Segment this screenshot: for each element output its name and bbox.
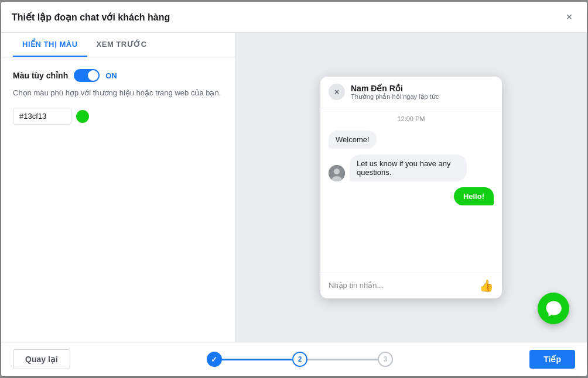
thumbs-up-icon[interactable]: 👍 (479, 279, 494, 293)
step-3: 3 (378, 352, 393, 367)
tab-display-color[interactable]: HIỂN THỊ MÀU (13, 33, 87, 57)
step-2-label: 2 (298, 355, 302, 363)
next-button[interactable]: Tiếp (529, 350, 575, 369)
message-hello: Hello! (454, 187, 494, 205)
chat-header-status: Thường phản hồi ngay lập tức (351, 93, 439, 101)
chat-header: × Nam Đến Rồi Thường phản hồi ngay lập t… (320, 77, 502, 108)
color-hint-text: Chọn màu phù hợp với thương hiệu hoặc tr… (13, 88, 223, 98)
toggle-label: Màu tùy chỉnh (13, 71, 68, 80)
tab-preview[interactable]: XEM TRƯỚC (87, 33, 156, 57)
chat-messages: 12:00 PM Welcome! Let us know if you hav (320, 108, 502, 272)
step-2: 2 (292, 352, 307, 367)
messenger-fab-button[interactable] (538, 293, 569, 324)
svg-point-1 (334, 169, 340, 174)
avatar (329, 165, 345, 181)
chat-widget: × Nam Đến Rồi Thường phản hồi ngay lập t… (320, 77, 502, 298)
color-toggle-row: Màu tùy chỉnh ON (13, 69, 223, 82)
step-1: ✓ (207, 352, 222, 367)
toggle-on-label: ON (105, 71, 117, 80)
chat-input-placeholder[interactable]: Nhập tin nhắn... (329, 281, 474, 290)
right-panel: × Nam Đến Rồi Thường phản hồi ngay lập t… (235, 33, 587, 342)
chat-widget-close[interactable]: × (329, 84, 345, 100)
modal-header: Thiết lập đoạn chat với khách hàng × (1, 2, 587, 33)
color-toggle[interactable] (74, 69, 100, 82)
color-text-input[interactable] (13, 108, 71, 125)
toggle-slider (74, 69, 100, 82)
color-input-row (13, 108, 223, 125)
step-line-1 (222, 359, 292, 360)
message-question: Let us know if you have any questions. (350, 154, 467, 181)
tab-bar: HIỂN THỊ MÀU XEM TRƯỚC (1, 33, 235, 57)
chat-header-info: Nam Đến Rồi Thường phản hồi ngay lập tức (351, 84, 439, 101)
left-panel: HIỂN THỊ MÀU XEM TRƯỚC Màu tùy chỉnh ON … (1, 33, 235, 342)
step-1-check-icon: ✓ (211, 355, 217, 364)
modal-footer: Quay lại ✓ 2 3 Tiếp (1, 342, 587, 376)
stepper: ✓ 2 3 (207, 352, 393, 367)
step-3-label: 3 (384, 355, 388, 363)
message-welcome: Welcome! (329, 130, 377, 149)
back-button[interactable]: Quay lại (13, 349, 70, 369)
chat-input-row: Nhập tin nhắn... 👍 (320, 272, 502, 298)
chat-header-name: Nam Đến Rồi (351, 84, 439, 93)
chat-timestamp: 12:00 PM (329, 115, 494, 122)
modal-body: HIỂN THỊ MÀU XEM TRƯỚC Màu tùy chỉnh ON … (1, 33, 587, 342)
color-dot (76, 110, 89, 123)
step-line-2 (307, 359, 378, 360)
modal-title: Thiết lập đoạn chat với khách hàng (12, 12, 170, 23)
modal: Thiết lập đoạn chat với khách hàng × HIỂ… (1, 2, 587, 376)
modal-close-button[interactable]: × (562, 10, 576, 24)
message-row-question: Let us know if you have any questions. (329, 154, 494, 181)
